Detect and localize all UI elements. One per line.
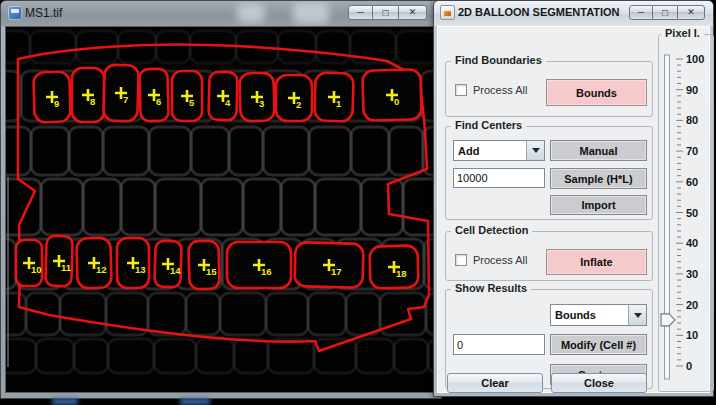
cell-marker[interactable]: 2	[276, 75, 312, 121]
cell-marker[interactable]: 3	[239, 73, 274, 122]
cell-marker[interactable]: 11	[45, 236, 72, 287]
cell-marker[interactable]: 18	[369, 245, 418, 288]
cell-marker[interactable]: 16	[227, 242, 291, 288]
image-window-title: MS1.tif	[25, 6, 62, 20]
cell-marker[interactable]: 9	[33, 72, 70, 123]
cell-wall	[41, 179, 83, 235]
image-window-titlebar[interactable]: MS1.tif	[1, 1, 441, 26]
cell-wall	[191, 127, 229, 175]
cell-wall	[155, 179, 201, 235]
maximize-icon[interactable]	[373, 5, 398, 20]
cell-wall	[346, 293, 380, 335]
process-all-label: Process All	[473, 254, 527, 266]
cell-marker[interactable]: 12	[76, 238, 111, 289]
cell-marker[interactable]: 6	[139, 69, 168, 122]
cell-wall	[36, 339, 74, 373]
slider-ticks	[676, 59, 683, 366]
cell-marker[interactable]: 8	[72, 68, 104, 122]
image-canvas[interactable]: 9876543210101112131415161718	[5, 26, 437, 393]
cell-wall	[6, 339, 36, 373]
dropdown-value: Bounds	[551, 309, 628, 321]
process-all-checkbox-row: Process All	[455, 254, 527, 266]
tool-panel: Find Boundaries Process All Bounds Find …	[437, 26, 710, 393]
desktop-icon[interactable]	[180, 398, 210, 405]
cell-detection-group: Cell Detection Process All Inflate	[445, 231, 653, 281]
cell-wall	[361, 179, 403, 235]
cell-number-field[interactable]	[453, 334, 545, 355]
cell-wall	[315, 179, 361, 235]
desktop-icon[interactable]	[52, 398, 78, 405]
display-mode-dropdown[interactable]: Bounds	[550, 304, 647, 326]
group-title: Find Centers	[451, 119, 526, 131]
process-all-checkbox[interactable]	[455, 254, 467, 266]
cell-wall	[403, 179, 436, 235]
cell-number-label: 4	[225, 97, 231, 108]
cell-number-label: 16	[261, 266, 272, 277]
cell-wall	[394, 339, 428, 373]
cell-marker[interactable]: 0	[362, 69, 421, 121]
modify-button[interactable]: Modify (Cell #)	[550, 334, 647, 355]
cell-marker[interactable]: 1	[314, 72, 353, 121]
image-window: MS1.tif 9876543210101112131415161718	[0, 0, 442, 399]
slider-label: 60	[686, 176, 698, 188]
cell-marker[interactable]: 7	[103, 65, 139, 122]
process-all-label: Process All	[473, 84, 527, 96]
cell-number-label: 14	[170, 265, 181, 276]
center-mode-dropdown[interactable]: Add	[453, 140, 545, 161]
cell-number-label: 5	[189, 97, 195, 108]
maximize-icon[interactable]	[653, 5, 677, 20]
cell-marker[interactable]: 10	[16, 240, 42, 286]
process-all-checkbox[interactable]	[455, 84, 467, 96]
cell-wall	[266, 293, 308, 335]
cell-marker[interactable]: 17	[294, 242, 363, 288]
cell-wall	[156, 31, 190, 63]
cell-marker[interactable]: 14	[154, 241, 181, 288]
bounds-button[interactable]: Bounds	[546, 79, 647, 106]
sample-button[interactable]: Sample (H*L)	[550, 168, 647, 189]
tool-window-title: 2D BALLOON SEGMENTATION	[458, 6, 620, 18]
cell-marker[interactable]: 5	[172, 71, 202, 121]
cell-wall	[103, 127, 149, 175]
slider-thumb[interactable]	[661, 314, 675, 326]
slider-track[interactable]	[665, 55, 670, 379]
imagej-icon	[8, 6, 22, 20]
cell-wall	[309, 127, 351, 175]
pixel-intensity-slider[interactable]: 1009080706050403020100	[659, 37, 713, 389]
cell-number-label: 8	[90, 96, 95, 107]
cell-number-label: 6	[156, 96, 161, 107]
glass-reflection	[293, 3, 329, 24]
app-icon	[440, 5, 455, 20]
cell-wall	[149, 127, 191, 175]
cell-wall	[74, 339, 108, 373]
cell-marker[interactable]: 13	[117, 238, 149, 288]
import-button[interactable]: Import	[550, 195, 647, 215]
group-title: Show Results	[451, 282, 531, 294]
minimize-icon[interactable]	[348, 5, 373, 20]
cell-marker[interactable]: 15	[188, 241, 219, 290]
close-button[interactable]: Close	[551, 373, 647, 393]
slider-label: 50	[686, 207, 698, 219]
pixel-intensity-group: Pixel I. 1009080706050403020100	[658, 34, 714, 392]
cell-wall	[351, 127, 389, 175]
minimize-icon[interactable]	[629, 5, 653, 20]
manual-button[interactable]: Manual	[550, 140, 647, 161]
cell-number-label: 7	[123, 94, 128, 105]
chevron-down-icon[interactable]	[628, 305, 646, 325]
sample-count-field[interactable]	[453, 168, 545, 188]
tool-window-titlebar[interactable]: 2D BALLOON SEGMENTATION	[434, 1, 713, 26]
cell-wall	[201, 179, 243, 235]
close-icon[interactable]	[677, 5, 705, 20]
clear-button[interactable]: Clear	[447, 373, 543, 393]
inflate-button[interactable]: Inflate	[546, 249, 647, 275]
chevron-down-icon[interactable]	[526, 141, 544, 160]
cell-marker[interactable]: 4	[208, 72, 237, 121]
cell-number-label: 18	[396, 268, 407, 279]
cell-wall	[121, 179, 155, 235]
cell-number-label: 9	[54, 98, 59, 109]
glass-reflection	[237, 4, 265, 23]
cell-wall	[263, 127, 309, 175]
cell-wall	[281, 179, 315, 235]
cell-number-label: 11	[61, 262, 72, 273]
close-icon[interactable]	[398, 5, 427, 20]
cell-wall	[148, 293, 186, 335]
